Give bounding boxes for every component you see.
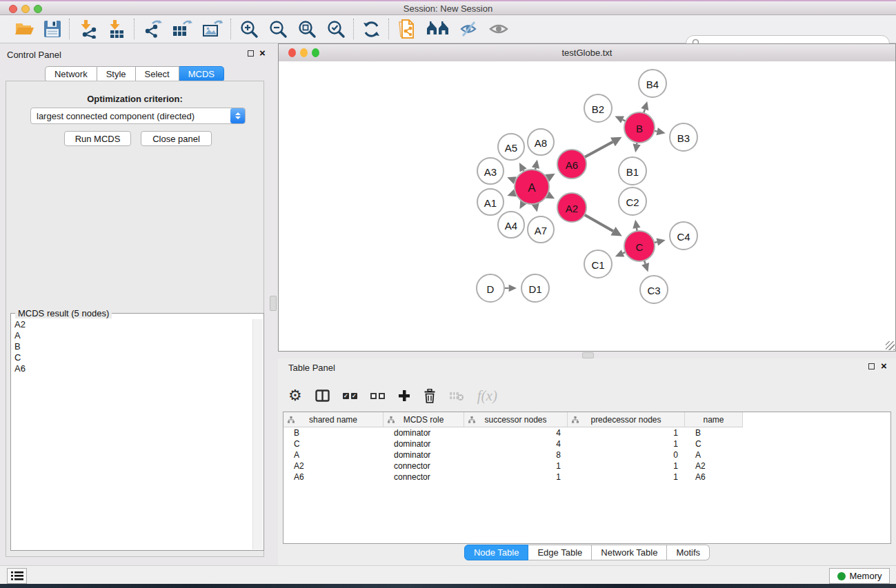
list-icon	[11, 571, 23, 581]
mcds-result-scrollbar[interactable]	[252, 319, 263, 549]
table-row[interactable]: A6connector11A6	[283, 472, 890, 483]
optimization-selected-value: largest connected component (directed)	[31, 111, 230, 121]
cell[interactable]: 1	[568, 461, 685, 471]
network-resize-grip[interactable]	[886, 341, 895, 350]
table-panel-float-icon[interactable]	[868, 363, 875, 369]
export-network-icon[interactable]	[143, 19, 162, 39]
cell[interactable]: connector	[384, 472, 464, 482]
control-panel-close-icon[interactable]: ×	[259, 49, 266, 57]
task-history-button[interactable]	[7, 568, 27, 584]
show-all-icon[interactable]	[488, 21, 509, 37]
node-label-C1: C1	[591, 259, 604, 271]
control-panel-tabs: NetworkStyleSelectMCDS	[0, 66, 269, 82]
mcds-result-item[interactable]: C	[12, 352, 253, 363]
arrowhead-D-D1	[509, 285, 517, 292]
edge-A2-C[interactable]	[584, 214, 613, 231]
tab-network[interactable]: Network	[45, 66, 97, 82]
network-window-titlebar[interactable]: testGlobe.txt	[279, 44, 895, 62]
attribute-icon	[288, 416, 295, 423]
tab-mcds[interactable]: MCDS	[179, 66, 224, 82]
zoom-fit-icon[interactable]	[297, 19, 317, 39]
table-row[interactable]: A2connector11A2	[283, 460, 890, 472]
column-header-successor-nodes[interactable]: successor nodes	[464, 412, 568, 427]
column-header-MCDS-role[interactable]: MCDS role	[384, 412, 464, 427]
cell[interactable]: C	[685, 439, 743, 449]
deselect-all-icon[interactable]	[370, 393, 385, 399]
cell[interactable]: 4	[464, 439, 568, 449]
tab-edge-table[interactable]: Edge Table	[528, 545, 592, 560]
cell[interactable]: A2	[283, 461, 384, 471]
cell[interactable]: 8	[464, 450, 568, 460]
zoom-out-icon[interactable]	[268, 19, 288, 39]
cell[interactable]: 1	[568, 439, 685, 449]
control-panel-float-icon[interactable]	[248, 50, 254, 57]
function-builder-icon[interactable]: f(x)	[477, 387, 497, 405]
cell[interactable]: C	[283, 439, 384, 449]
close-panel-button[interactable]: Close panel	[141, 131, 212, 146]
hide-selected-icon[interactable]	[459, 20, 479, 38]
table-row[interactable]: Bdominator41B	[283, 427, 890, 438]
tab-style[interactable]: Style	[97, 66, 136, 82]
refresh-icon[interactable]	[362, 20, 381, 39]
mcds-result-item[interactable]: A	[12, 330, 253, 341]
memory-button[interactable]: Memory	[829, 568, 890, 584]
delete-table-icon[interactable]	[449, 391, 464, 401]
cell[interactable]: A6	[283, 472, 384, 482]
mcds-result-item[interactable]: A6	[12, 363, 253, 374]
select-all-icon[interactable]: ✓✓	[343, 393, 357, 399]
cell[interactable]: 1	[568, 472, 685, 482]
gear-icon[interactable]: ⚙	[288, 388, 302, 403]
mcds-result-item[interactable]: A2	[12, 319, 253, 330]
window-title: Session: New Session	[0, 3, 896, 14]
cell[interactable]: 1	[464, 472, 568, 482]
home-icon[interactable]	[426, 20, 450, 38]
node-label-A5: A5	[505, 142, 517, 154]
cell[interactable]: dominator	[384, 450, 464, 460]
run-mcds-button[interactable]: Run MCDS	[64, 131, 131, 146]
tab-motifs[interactable]: Motifs	[667, 545, 710, 560]
tab-node-table[interactable]: Node Table	[464, 545, 529, 560]
column-browser-icon[interactable]	[315, 389, 330, 402]
mcds-result-item[interactable]: B	[12, 341, 253, 352]
export-image-icon[interactable]	[202, 19, 223, 39]
export-table-icon[interactable]	[172, 19, 192, 39]
optimization-select[interactable]: largest connected component (directed)	[30, 108, 246, 124]
vertical-splitter-grip[interactable]	[270, 296, 277, 311]
cell[interactable]: connector	[384, 461, 464, 471]
cell[interactable]: dominator	[384, 428, 464, 438]
add-icon[interactable]	[398, 389, 410, 402]
cell[interactable]: 1	[568, 428, 685, 438]
open-icon[interactable]	[14, 20, 34, 38]
import-network-icon[interactable]	[78, 19, 97, 39]
zoom-in-icon[interactable]	[239, 19, 259, 39]
cell[interactable]: B	[685, 428, 743, 438]
cell[interactable]: A	[283, 450, 384, 460]
edge-A6-B[interactable]	[584, 142, 613, 158]
cell[interactable]: dominator	[384, 439, 464, 449]
import-table-icon[interactable]	[107, 19, 126, 39]
zoom-selected-icon[interactable]	[326, 19, 346, 39]
table-panel-close-icon[interactable]: ×	[881, 362, 887, 370]
desktop-strip	[0, 584, 896, 588]
column-header-shared-name[interactable]: shared name	[283, 412, 384, 427]
cell[interactable]: A2	[685, 461, 743, 471]
table-row[interactable]: Cdominator41C	[283, 438, 890, 449]
column-header-name[interactable]: name	[685, 412, 743, 427]
cell[interactable]: A6	[685, 472, 743, 482]
cell[interactable]: B	[283, 428, 384, 438]
horizontal-splitter-grip[interactable]	[582, 352, 594, 358]
cell[interactable]: 1	[464, 461, 568, 471]
tab-select[interactable]: Select	[136, 66, 179, 82]
cell[interactable]: 0	[568, 450, 685, 460]
node-label-A6: A6	[566, 159, 578, 171]
cell[interactable]: A	[685, 450, 743, 460]
save-icon[interactable]	[43, 20, 61, 38]
table-row[interactable]: Adominator80A	[283, 449, 890, 460]
column-header-predecessor-nodes[interactable]: predecessor nodes	[568, 412, 685, 427]
tab-network-table[interactable]: Network Table	[592, 545, 667, 560]
graph-svg[interactable]: B4B2BB3B1A5A8A3A6AA1C2A2A4A7CC4C1C3DD1	[279, 61, 895, 351]
network-file-icon[interactable]	[397, 19, 417, 39]
cell[interactable]: 4	[464, 428, 568, 438]
trash-icon[interactable]	[424, 389, 436, 403]
network-canvas[interactable]: B4B2BB3B1A5A8A3A6AA1C2A2A4A7CC4C1C3DD1	[279, 61, 895, 351]
